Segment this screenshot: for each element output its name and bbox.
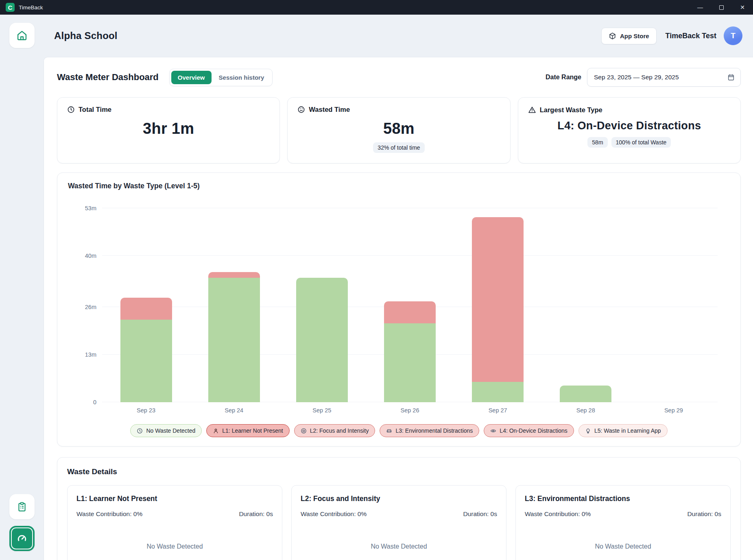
clock-icon <box>137 428 143 434</box>
bar-slot <box>366 208 454 402</box>
detail-l2-empty: No Waste Detected <box>301 543 497 550</box>
largest-waste-label: Largest Waste Type <box>540 106 602 114</box>
stacked-bar-sep-24[interactable] <box>208 272 260 402</box>
close-button[interactable]: ✕ <box>732 0 753 15</box>
session-log-button[interactable] <box>9 494 35 519</box>
y-tick-label: 53m <box>85 205 96 211</box>
tab-group: Overview Session history <box>169 69 273 86</box>
detail-l2-title: L2: Focus and Intensity <box>301 495 497 503</box>
stacked-bar-sep-28[interactable] <box>560 386 611 402</box>
y-tick-label: 40m <box>85 253 96 259</box>
x-tick-label: Sep 29 <box>630 407 718 414</box>
legend-chip-l2-focus-and-intensity[interactable]: L2: Focus and Intensity <box>294 424 375 437</box>
eye-icon <box>490 428 496 434</box>
stacked-bar-sep-25[interactable] <box>296 278 348 402</box>
detail-l1-duration: Duration: 0s <box>239 510 273 518</box>
bar-segment[interactable] <box>560 386 611 402</box>
detail-l3-duration: Duration: 0s <box>687 510 721 518</box>
clock-icon <box>67 106 75 113</box>
bar-segment[interactable] <box>208 272 260 278</box>
chart-plot-area: 013m26m40m53m <box>102 208 718 402</box>
person-icon <box>213 428 219 434</box>
stacked-bar-sep-27[interactable] <box>472 217 524 402</box>
date-range-input[interactable]: Sep 23, 2025 — Sep 29, 2025 <box>587 68 741 87</box>
wasted-time-label: Wasted Time <box>309 106 350 113</box>
user-name: TimeBack Test <box>666 32 716 40</box>
chart-legend: No Waste DetectedL1: Learner Not Present… <box>68 424 730 437</box>
x-tick-label: Sep 25 <box>278 407 366 414</box>
calendar-icon[interactable] <box>727 74 735 81</box>
bars-container <box>102 208 718 402</box>
legend-chip-label: L3: Environmental Distractions <box>395 427 473 434</box>
legend-chip-l1-learner-not-present[interactable]: L1: Learner Not Present <box>206 424 289 437</box>
x-tick-label: Sep 27 <box>454 407 542 414</box>
chart-x-axis: Sep 23Sep 24Sep 25Sep 26Sep 27Sep 28Sep … <box>102 407 718 414</box>
target-icon <box>301 428 307 434</box>
waste-details-card: Waste Details L1: Learner Not Present Wa… <box>57 457 741 560</box>
bar-segment[interactable] <box>120 320 172 402</box>
bar-segment[interactable] <box>120 298 172 320</box>
detail-l3-title: L3: Environmental Distractions <box>525 495 721 503</box>
timeback-logo-icon: C <box>6 3 15 12</box>
wasted-time-badge: 32% of total time <box>373 142 424 153</box>
bulb-icon <box>585 428 591 434</box>
y-tick-label: 0 <box>93 399 96 405</box>
detail-l2-duration: Duration: 0s <box>463 510 497 518</box>
legend-chip-label: L4: On-Device Distractions <box>500 427 567 434</box>
app-store-button[interactable]: App Store <box>601 28 657 44</box>
page-header: Alpha School App Store TimeBack Test T <box>44 15 753 57</box>
wasted-time-card: Wasted Time 58m 32% of total time <box>287 97 510 163</box>
active-ring <box>11 527 33 549</box>
bar-slot <box>630 208 718 402</box>
largest-waste-value: L4: On-Device Distractions <box>528 120 731 132</box>
stacked-bar-sep-23[interactable] <box>120 298 172 402</box>
package-icon <box>609 32 616 40</box>
bar-segment[interactable] <box>384 301 436 323</box>
maximize-button[interactable] <box>711 0 732 15</box>
bar-slot <box>102 208 190 402</box>
detail-l1-title: L1: Learner Not Present <box>76 495 273 503</box>
detail-l2-contribution: Waste Contribution: 0% <box>301 510 367 518</box>
home-button[interactable] <box>9 23 35 48</box>
legend-chip-no-waste-detected[interactable]: No Waste Detected <box>130 424 202 437</box>
stacked-bar-sep-26[interactable] <box>384 301 436 402</box>
detail-l3-contribution: Waste Contribution: 0% <box>525 510 591 518</box>
legend-chip-l4-on-device-distractions[interactable]: L4: On-Device Distractions <box>484 424 574 437</box>
tab-overview[interactable]: Overview <box>171 71 212 84</box>
waste-details-title: Waste Details <box>67 467 731 476</box>
chart-title: Wasted Time by Waste Type (Level 1-5) <box>68 182 730 190</box>
waste-meter-button[interactable] <box>9 526 35 551</box>
y-tick-label: 13m <box>85 351 96 358</box>
minimize-button[interactable]: — <box>690 0 711 15</box>
detail-l1-empty: No Waste Detected <box>76 543 273 550</box>
largest-waste-duration-badge: 58m <box>587 137 607 148</box>
tab-session-history[interactable]: Session history <box>212 71 271 84</box>
warning-icon <box>528 106 536 114</box>
detail-card-l2: L2: Focus and Intensity Waste Contributi… <box>291 485 506 560</box>
x-tick-label: Sep 26 <box>366 407 454 414</box>
content-panel: Waste Meter Dashboard Overview Session h… <box>44 57 753 560</box>
total-time-label: Total Time <box>79 106 111 113</box>
frown-icon <box>297 106 305 113</box>
total-time-value: 3hr 1m <box>67 120 270 137</box>
detail-l3-empty: No Waste Detected <box>525 543 721 550</box>
legend-chip-l5-waste-in-learning-app[interactable]: L5: Waste in Learning App <box>578 424 668 437</box>
legend-chip-label: L5: Waste in Learning App <box>594 427 661 434</box>
x-tick-label: Sep 28 <box>542 407 630 414</box>
legend-chip-l3-environmental-distractions[interactable]: L3: Environmental Distractions <box>380 424 479 437</box>
bar-segment[interactable] <box>208 278 260 402</box>
detail-l1-contribution: Waste Contribution: 0% <box>76 510 142 518</box>
bar-segment[interactable] <box>384 323 436 402</box>
legend-chip-label: L2: Focus and Intensity <box>310 427 369 434</box>
total-time-card: Total Time 3hr 1m <box>57 97 280 163</box>
bar-slot <box>542 208 630 402</box>
avatar[interactable]: T <box>724 26 742 45</box>
legend-chip-label: L1: Learner Not Present <box>222 427 283 434</box>
sidebar <box>0 15 44 560</box>
bar-segment[interactable] <box>472 217 524 382</box>
bar-slot <box>278 208 366 402</box>
bar-segment[interactable] <box>472 382 524 402</box>
bar-segment[interactable] <box>296 278 348 402</box>
date-range-value: Sep 23, 2025 — Sep 29, 2025 <box>594 74 727 81</box>
car-icon <box>386 428 392 434</box>
